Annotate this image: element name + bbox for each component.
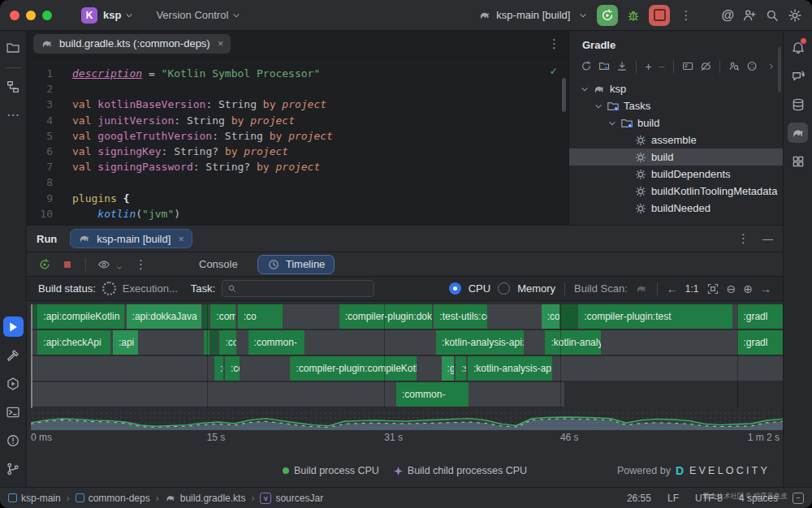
- status-item[interactable]: 4 spaces: [739, 493, 778, 504]
- notifications-icon[interactable]: [788, 37, 808, 58]
- run-tool-icon[interactable]: [3, 316, 24, 337]
- services-tool-icon[interactable]: [3, 373, 24, 394]
- project-selector[interactable]: ksp: [103, 9, 121, 21]
- search-everywhere-icon[interactable]: [765, 8, 780, 23]
- timeline-task-bar[interactable]: :co: [219, 330, 235, 355]
- timeline-task-bar[interactable]: [560, 304, 577, 329]
- breadcrumb-item[interactable]: common-deps: [76, 493, 150, 504]
- editor-state-icon[interactable]: [793, 493, 804, 504]
- gradle-tree-item[interactable]: buildKotlinToolingMetadata: [569, 183, 783, 200]
- run-configuration-icon[interactable]: [682, 59, 693, 73]
- editor-tab[interactable]: build.gradle.kts (:common-deps) ×: [33, 34, 231, 54]
- run-options-icon[interactable]: ⋮: [736, 231, 751, 246]
- timeline-task-bar[interactable]: :c: [214, 356, 223, 381]
- chevron-down-icon[interactable]: [593, 101, 604, 112]
- tab-timeline[interactable]: Timeline: [257, 255, 335, 274]
- timeline-task-bar[interactable]: :api:checkApi: [37, 330, 110, 355]
- zoom-window-button[interactable]: [42, 11, 52, 20]
- timeline-task-bar[interactable]: :c: [204, 330, 209, 355]
- editor-scrollbar[interactable]: [562, 78, 566, 112]
- project-tool-icon[interactable]: [3, 37, 24, 58]
- chevron-down-icon[interactable]: [607, 118, 618, 129]
- zoom-out-icon[interactable]: ⊖: [727, 282, 736, 295]
- gradle-scrollbar[interactable]: [778, 47, 781, 93]
- minimize-window-button[interactable]: [26, 11, 36, 20]
- gradle-tree-item[interactable]: ksp: [569, 80, 783, 97]
- zoom-in-icon[interactable]: ⊕: [743, 282, 753, 295]
- timeline-task-bar[interactable]: :c: [211, 330, 217, 355]
- problems-tool-icon[interactable]: [3, 430, 24, 450]
- timeline-task-bar[interactable]: :api:dokkaJava: [127, 304, 202, 329]
- debug-icon[interactable]: [626, 8, 641, 23]
- timeline-task-bar[interactable]: :kotlin-analysis-ap: [468, 356, 552, 381]
- ai-assistant-icon[interactable]: @: [721, 8, 734, 23]
- timeline-task-bar[interactable]: :test-utils:co: [434, 304, 487, 329]
- gradle-tree-item[interactable]: assemble: [569, 131, 783, 149]
- more-toolbar-icon[interactable]: [767, 61, 776, 72]
- settings-icon[interactable]: [788, 8, 802, 23]
- sync-gradle-icon[interactable]: [581, 59, 592, 73]
- profiler-icon[interactable]: [728, 59, 740, 73]
- timeline-task-bar[interactable]: :compiler-plugin:dok: [339, 304, 433, 329]
- gradle-tree-item[interactable]: buildNeeded: [569, 200, 783, 217]
- timeline-task-bar[interactable]: :gr: [442, 356, 455, 381]
- run-tab[interactable]: ksp-main [build] ×: [70, 229, 192, 248]
- gradle-tree-item[interactable]: build: [569, 114, 783, 131]
- timeline-task-bar[interactable]: :: [203, 304, 209, 329]
- timeline-task-bar[interactable]: :co: [238, 304, 283, 329]
- timeline-task-bar[interactable]: :api: [113, 330, 138, 355]
- gradle-settings-icon[interactable]: [746, 59, 758, 73]
- more-tools-icon[interactable]: ⋯: [3, 105, 24, 125]
- timeline-task-bar[interactable]: :api:compileKotlin: [37, 304, 123, 329]
- timeline-task-bar[interactable]: :kotlin-analy: [545, 330, 601, 355]
- task-filter-input[interactable]: [242, 282, 369, 295]
- timeline-task-bar[interactable]: :compiler-plugin:compileKotl: [290, 356, 417, 381]
- gradle-tool-icon[interactable]: [788, 123, 808, 143]
- breadcrumb-item[interactable]: vsourcesJar: [260, 493, 323, 504]
- zoom-ratio[interactable]: 1:1: [685, 283, 699, 295]
- timeline-task-bar[interactable]: :comm: [210, 304, 235, 329]
- memory-radio[interactable]: [498, 282, 510, 295]
- build-scan-icon[interactable]: [635, 282, 648, 295]
- ai-chat-icon[interactable]: [788, 66, 808, 86]
- timeline-task-bar[interactable]: :s: [456, 356, 466, 381]
- code-editor[interactable]: 1description = "Kotlin Symbol Processor"…: [27, 57, 568, 234]
- close-tab-icon[interactable]: ×: [218, 37, 224, 50]
- timeline-task-bar[interactable]: :gradl: [737, 304, 783, 329]
- gradle-tree-item[interactable]: Tasks: [569, 97, 783, 114]
- gradle-tree-item[interactable]: build: [569, 149, 783, 166]
- timeline-task-bar[interactable]: :common-: [248, 330, 304, 355]
- collapse-all-icon[interactable]: −: [659, 60, 665, 73]
- cpu-radio-label[interactable]: CPU: [469, 282, 490, 295]
- timeline-task-bar[interactable]: :compiler-plugin:test: [578, 304, 732, 329]
- breadcrumb-item[interactable]: build.gradle.kts: [165, 493, 246, 504]
- timeline-task-bar[interactable]: :gradl: [737, 330, 783, 355]
- timeline-task-bar[interactable]: :kotlin-analysis-api:c: [436, 330, 523, 355]
- commit-tool-icon[interactable]: [3, 76, 24, 97]
- terminal-tool-icon[interactable]: [3, 402, 24, 422]
- timeline-task-bar[interactable]: :co: [542, 304, 559, 329]
- cpu-radio[interactable]: [449, 282, 461, 295]
- dependencies-tool-icon[interactable]: [788, 151, 808, 171]
- close-run-tab-icon[interactable]: ×: [178, 233, 184, 245]
- editor-options-icon[interactable]: ⋮: [546, 37, 562, 51]
- chevron-down-icon[interactable]: [579, 84, 590, 95]
- expand-all-icon[interactable]: +: [645, 60, 651, 73]
- tab-console[interactable]: Console: [189, 256, 248, 273]
- status-item[interactable]: UTF-8: [695, 493, 723, 504]
- timeline-task-bar[interactable]: :cc: [225, 356, 240, 381]
- vcs-menu[interactable]: Version Control: [156, 9, 242, 21]
- inspections-ok-icon[interactable]: ✓: [551, 63, 557, 79]
- build-tool-icon[interactable]: [3, 345, 24, 365]
- close-window-button[interactable]: [10, 11, 19, 20]
- view-options-icon[interactable]: [97, 258, 110, 271]
- stop-build-icon[interactable]: [61, 258, 74, 271]
- rerun-build-icon[interactable]: [38, 258, 51, 271]
- timeline-task-bar[interactable]: :common-: [396, 382, 469, 407]
- status-item[interactable]: 26:55: [627, 493, 651, 504]
- scroll-left-icon[interactable]: ←: [667, 282, 678, 295]
- attach-project-icon[interactable]: [598, 59, 610, 73]
- hide-panel-icon[interactable]: —: [762, 233, 773, 245]
- task-filter-field[interactable]: [222, 280, 374, 297]
- version-control-tool-icon[interactable]: [3, 458, 24, 479]
